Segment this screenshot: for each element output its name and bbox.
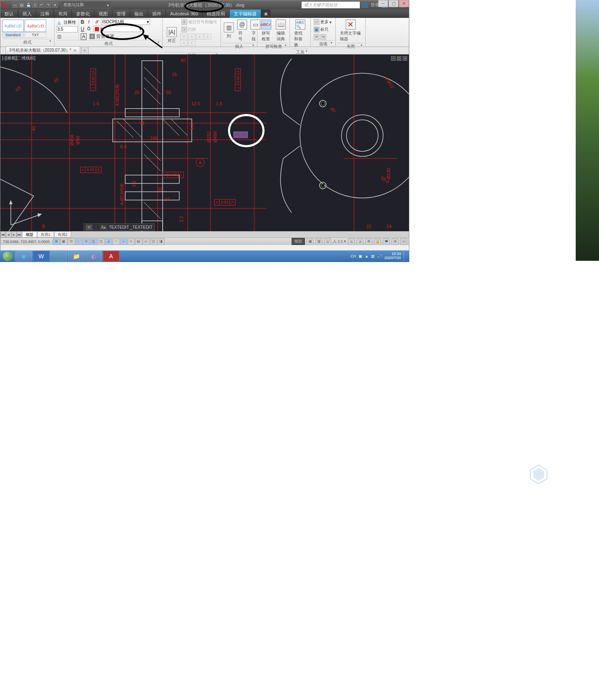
text-editor-selection[interactable]: Ø180 [233,131,248,138]
cmdline-close-icon[interactable]: ✕ [86,225,92,230]
style-name-standard[interactable]: Standard [2,32,24,38]
sb-am-icon[interactable]: ◨ [158,238,165,245]
ucs-icon[interactable] [7,200,44,229]
sb-annovis-icon[interactable]: ◬ [348,238,355,245]
undo-small-icon[interactable]: ↶ [314,34,319,40]
minimize-button[interactable]: ─ [378,0,388,7]
sb-otrack-icon[interactable]: ∠ [105,238,112,245]
tab-annotate[interactable]: 注释 [36,10,54,18]
taskbar-app-2[interactable]: W [33,251,50,262]
login-user-icon[interactable]: 👤 [361,2,368,8]
maximize-button[interactable]: ▢ [389,0,399,7]
style-sample-standard[interactable]: AaBbCcD [2,20,24,32]
document-tab[interactable]: 3号机非标大毂轮（2020.07.30）* ✕ [5,46,80,54]
annotative-label[interactable]: 注释性 [64,20,76,25]
sb-snap-icon[interactable]: ▦ [60,238,67,245]
start-button[interactable] [0,250,15,262]
style-name-txt[interactable]: TXT [25,32,46,38]
redo-small-icon[interactable]: ↷ [320,34,326,40]
sb-infer-icon[interactable]: ⊞ [53,238,60,245]
panel-label-spellcheck[interactable]: 拼写检查 [259,43,288,50]
font-dropdown[interactable]: ISOCPEUR▾ [101,19,150,25]
workspace-dropdown[interactable]: 草图与注释 ▾ [61,1,111,9]
style-sample-txt[interactable]: AaBbCcD [25,20,46,32]
tab-close-icon[interactable]: ✕ [73,48,77,53]
symbol-button[interactable]: @符号 [236,19,248,43]
tab-texteditor[interactable]: 文字编辑器 [230,10,261,18]
sb-qp-icon[interactable]: ▭ [143,238,150,245]
spellcheck-button[interactable]: ABC✓拼写检查 [259,19,273,43]
sb-annoauto-icon[interactable]: ◬ [356,238,364,245]
sb-sc-icon[interactable]: ◫ [150,238,157,245]
qat-new-icon[interactable]: ▭ [12,2,18,8]
taskbar-app-3[interactable]: ◯ [50,251,67,262]
qat-redo-icon[interactable]: ↷ [45,2,51,8]
command-line[interactable]: ✕ ⋮ A▸ TEXTEDIT _TEXTEDIT [84,223,155,231]
qat-undo-icon[interactable]: ↶ [39,2,45,8]
taskbar-autocad[interactable]: A [103,251,119,262]
qat-open-icon[interactable]: ▤ [19,2,25,8]
layouttab-model[interactable]: 模型 [22,231,37,237]
lang-indicator[interactable]: CH [351,254,356,258]
tray-up-icon[interactable]: ▲ [365,254,369,258]
sb-annoscale-icon[interactable]: ◬ [324,238,331,245]
panel-label-style[interactable]: 样式 [2,39,52,46]
alignment-grid[interactable]: ≡≡≡≡≡≡ [180,34,218,52]
tab-insert[interactable]: 插入 [18,10,36,18]
panel-label-insert[interactable]: 插入 [223,43,255,50]
new-tab-button[interactable]: + [81,47,89,54]
sb-quicklay-icon[interactable]: ▥ [315,238,322,245]
sb-ducs-icon[interactable]: ᴸ [113,238,120,245]
underline-button[interactable]: U [81,26,84,32]
columns-button[interactable]: ▥列 [223,22,235,40]
tab-view[interactable]: 视图 [94,10,112,18]
sb-osnap-icon[interactable]: ◫ [90,238,97,245]
sb-dyn-icon[interactable]: + [120,238,127,245]
layouttab-next-icon[interactable]: ▸ [11,231,17,237]
more-button[interactable]: ✓更多▾ [312,19,333,25]
sb-coordinates[interactable]: 736.0486, 723.4957, 0.0000 [0,240,53,244]
close-button[interactable]: ✕ [399,0,409,7]
linespacing-button[interactable]: ↕行距 [180,26,218,33]
undo-redo[interactable]: ↶↷ [312,34,333,40]
cmdline-handle-icon[interactable]: ⋮ [94,225,98,230]
sb-grid-icon[interactable]: ⊡ [68,238,75,245]
tray-volume-icon[interactable]: 🔊 [377,254,382,258]
sb-hardware-icon[interactable]: 💻 [383,238,390,245]
sb-lock-icon[interactable]: 🔒 [374,238,381,245]
sb-polar-icon[interactable]: ⊙ [83,238,90,245]
bullets-button[interactable]: ≡项目符号和编号 [180,19,218,25]
taskbar-app-5[interactable]: ◐ [85,251,102,262]
drawing-viewport[interactable]: [-][俯视][二维线框] ─ ▢ ✕ [0,54,409,237]
taskbar-explorer[interactable]: 📁 [68,251,84,262]
tab-focus-icon[interactable]: ▣ [261,10,270,18]
dictionary-button[interactable]: 📖编辑词典 [274,19,288,43]
sb-3dosnap-icon[interactable]: ◳ [98,238,105,245]
ruler-button[interactable]: ▦标尺 [312,26,333,33]
sb-workspace-icon[interactable]: ⚙ [365,238,372,245]
tray-flag-icon[interactable]: ▣ [359,254,362,258]
text-mask-toggle-icon[interactable]: ◫ [56,33,62,39]
tab-default[interactable]: 默认 [0,10,18,18]
italic-button[interactable]: I [86,19,92,25]
qat-plot-icon[interactable]: ⎙ [32,2,38,8]
layouttab-last-icon[interactable]: ⏭ [17,231,22,237]
sb-lwt-icon[interactable]: ≡ [128,238,135,245]
sb-ortho-icon[interactable]: ∟ [75,238,82,245]
tab-layout[interactable]: 布局 [54,10,72,18]
tab-output[interactable]: 输出 [130,10,148,18]
layouttab-prev-icon[interactable]: ◂ [6,231,11,237]
taskbar-app-1[interactable]: ◉ [15,251,32,262]
qat-save-icon[interactable]: 💾 [25,2,31,8]
tab-parametric[interactable]: 参数化 [72,10,94,18]
findreplace-button[interactable]: ABC🔍查找和替换 [292,19,309,49]
tab-a360[interactable]: Autodesk 360 [166,10,203,18]
layouttab-scroll[interactable] [71,231,409,237]
tray-network-icon[interactable]: ▥ [371,254,375,258]
justify-button[interactable]: |A| 对正 [164,26,179,45]
tab-addins[interactable]: 插件 [148,10,166,18]
tab-featured[interactable]: 精选应用 [203,10,230,18]
layouttab-2[interactable]: 布局2 [54,231,71,237]
app-logo-icon[interactable] [0,1,9,9]
tray-clock[interactable]: 15:34 2020/7/30 [384,252,401,260]
